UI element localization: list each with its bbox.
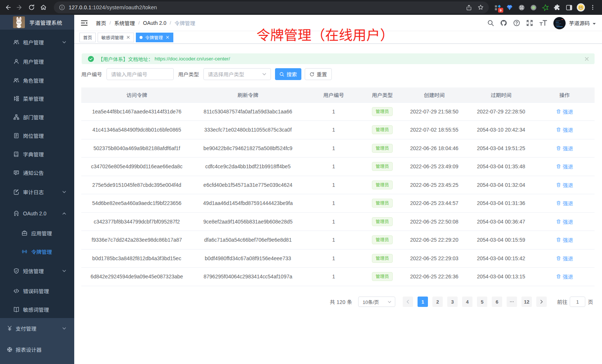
close-icon[interactable] xyxy=(166,35,170,39)
col-created-time: 创建时间 xyxy=(401,87,468,102)
sidebar-item-notice[interactable]: 通知公告 xyxy=(0,163,74,182)
page-size-select[interactable]: 10条/页 xyxy=(358,297,395,307)
sidebar-item-error-codes[interactable]: 错误码管理 xyxy=(0,282,74,300)
sidebar-item-oauth2[interactable]: OAuth 2.0 xyxy=(0,204,74,223)
sidebar-item-sms[interactable]: 短信管理 xyxy=(0,262,74,280)
sidebar-item-posts[interactable]: 岗位管理 xyxy=(0,126,74,145)
trash-icon xyxy=(556,256,561,261)
extension-command[interactable] xyxy=(516,1,527,13)
sidebar-item-depts[interactable]: 部门管理 xyxy=(0,108,74,126)
sidebar-item-sensitive-words[interactable]: 敏感词管理 xyxy=(0,300,74,319)
sidebar-item-tenant[interactable]: 租户管理 xyxy=(0,33,74,52)
url-bar[interactable]: 127.0.0.1:1024/system/oauth2/token xyxy=(54,1,489,13)
font-size-icon[interactable] xyxy=(539,20,547,26)
extensions-menu-button[interactable] xyxy=(551,1,563,13)
github-icon[interactable] xyxy=(500,20,507,26)
search-icon[interactable] xyxy=(487,20,494,26)
user-id-input[interactable]: 请输入用户编号 xyxy=(107,68,174,80)
force-logout-link[interactable]: 强退 xyxy=(556,145,573,152)
bookmark-button[interactable] xyxy=(475,1,487,13)
force-logout-link[interactable]: 强退 xyxy=(556,218,573,225)
doc-alert: 【用户体系】文档地址： https://doc.iocoder.cn/user-… xyxy=(82,53,595,64)
extension-star[interactable] xyxy=(539,1,551,13)
user-menu[interactable]: 芋道源码 xyxy=(553,17,596,29)
force-logout-link[interactable]: 强退 xyxy=(556,126,573,133)
force-logout-link[interactable]: 强退 xyxy=(556,236,573,244)
sidebar-item-report-designer[interactable]: 报表设计器 xyxy=(0,340,74,359)
sidebar-item-oauth-apps[interactable]: 应用管理 xyxy=(0,224,74,242)
user-type-badge: 管理员 xyxy=(372,199,393,208)
sidebar-item-dict[interactable]: 字典管理 xyxy=(0,145,74,163)
user-type-cell: 管理员 xyxy=(364,212,401,231)
browser-home-button[interactable] xyxy=(37,1,49,13)
sidebar-item-oauth-tokens[interactable]: 令牌管理 xyxy=(0,242,74,261)
username-label: 芋道源码 xyxy=(569,19,590,27)
created-time-cell: 2022-06-25 23:45:25 xyxy=(401,176,468,194)
breadcrumb-oauth[interactable]: OAuth 2.0 xyxy=(143,20,166,26)
site-info-icon[interactable] xyxy=(59,4,65,10)
share-button[interactable] xyxy=(463,1,475,13)
more-pages-button[interactable] xyxy=(507,297,517,307)
sidebar-item-payment[interactable]: 支付管理 xyxy=(0,319,74,338)
expire-time-cell: 2022-07-29 22:28:50 xyxy=(468,102,534,121)
browser-forward-button[interactable] xyxy=(14,1,26,13)
pagination: 共 120 条 10条/页 1 2 3 4 5 6 12 前往 1 页 xyxy=(81,297,595,307)
extension-recorder[interactable] xyxy=(527,1,539,13)
fullscreen-icon[interactable] xyxy=(526,20,533,26)
page-content: 【用户体系】文档地址： https://doc.iocoder.cn/user-… xyxy=(74,44,602,364)
browser-reload-button[interactable] xyxy=(26,1,37,13)
extension-gem[interactable] xyxy=(504,1,516,13)
force-logout-link[interactable]: 强退 xyxy=(556,255,573,262)
page-button-1[interactable]: 1 xyxy=(418,297,428,307)
side-panel-button[interactable] xyxy=(563,1,575,13)
force-logout-link[interactable]: 强退 xyxy=(556,273,573,280)
breadcrumb-system[interactable]: 系统管理 xyxy=(114,19,135,27)
user-type-select[interactable]: 请选择用户类型 xyxy=(203,68,271,80)
created-time-cell: 2022-07-29 21:58:50 xyxy=(401,102,468,121)
page-button-5[interactable]: 5 xyxy=(477,297,487,307)
extension-vue-devtools[interactable]: 9 xyxy=(492,1,504,13)
menu-fold-icon[interactable] xyxy=(81,20,88,26)
active-tab-dot xyxy=(140,36,143,39)
close-icon[interactable] xyxy=(126,35,130,39)
user-avatar xyxy=(553,17,566,29)
tab-sensitive-words[interactable]: 敏感词管理 xyxy=(98,33,134,42)
prev-page-button[interactable] xyxy=(403,297,413,307)
force-logout-link[interactable]: 强退 xyxy=(556,163,573,170)
page-button-6[interactable]: 6 xyxy=(492,297,502,307)
breadcrumb-separator: / xyxy=(138,20,140,26)
chevron-down-icon xyxy=(62,269,66,273)
doc-link[interactable]: https://doc.iocoder.cn/user-center/ xyxy=(155,56,230,62)
page-button-12[interactable]: 12 xyxy=(521,297,532,307)
help-icon[interactable] xyxy=(513,20,520,26)
page-button-3[interactable]: 3 xyxy=(447,297,458,307)
page-button-4[interactable]: 4 xyxy=(462,297,472,307)
goto-page-input[interactable]: 1 xyxy=(570,297,585,307)
sidebar-item-audit-log[interactable]: 审计日志 xyxy=(0,183,74,201)
breadcrumb-home[interactable]: 首页 xyxy=(96,19,106,27)
kebab-menu-icon xyxy=(590,4,596,10)
reset-button[interactable]: 重置 xyxy=(305,68,332,80)
trash-icon xyxy=(556,219,561,224)
browser-profile-avatar[interactable] xyxy=(575,1,587,13)
tab-token-management[interactable]: 令牌管理 xyxy=(136,33,173,42)
force-logout-link[interactable]: 强退 xyxy=(556,199,573,207)
report-designer-icon xyxy=(7,347,13,353)
search-button[interactable]: 搜索 xyxy=(275,68,301,80)
sidebar-item-roles[interactable]: 角色管理 xyxy=(0,71,74,90)
browser-back-button[interactable] xyxy=(2,1,14,13)
search-form: 用户编号 请输入用户编号 用户类型 请选择用户类型 搜索 重置 xyxy=(81,68,597,80)
page-button-2[interactable]: 2 xyxy=(432,297,443,307)
browser-menu-button[interactable] xyxy=(587,1,599,13)
trash-icon xyxy=(556,127,561,132)
force-logout-link[interactable]: 强退 xyxy=(556,108,573,115)
user-type-badge: 管理员 xyxy=(372,272,393,281)
tab-home[interactable]: 首页 xyxy=(79,33,96,42)
force-logout-link[interactable]: 强退 xyxy=(556,181,573,189)
next-page-button[interactable] xyxy=(536,297,547,307)
created-time-cell: 2022-06-26 18:04:46 xyxy=(401,139,468,158)
user-id-label: 用户编号 xyxy=(81,70,102,78)
alert-close-icon[interactable] xyxy=(585,57,589,61)
sidebar-item-menus[interactable]: 菜单管理 xyxy=(0,89,74,108)
sidebar-item-users[interactable]: 用户管理 xyxy=(0,52,74,71)
